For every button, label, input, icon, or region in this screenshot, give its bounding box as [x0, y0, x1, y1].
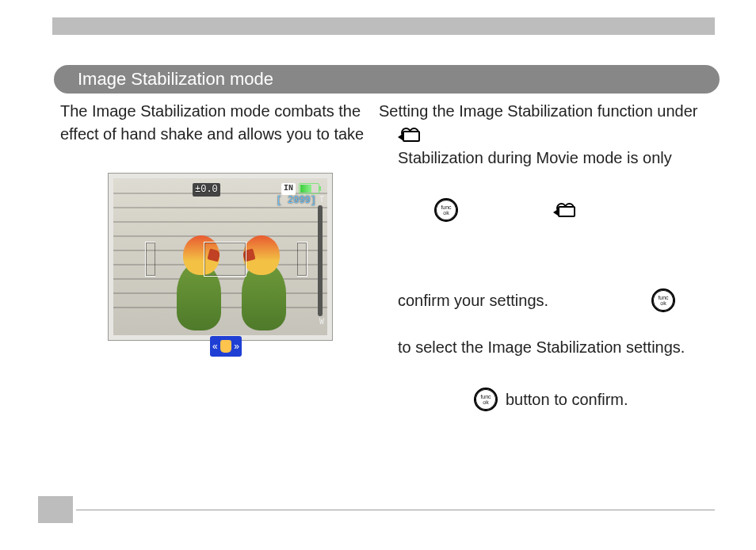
zoom-wide-label: W	[319, 316, 324, 328]
func-ok-button-icon: func ok	[474, 388, 498, 411]
func-ok-button-icon: func ok	[434, 198, 458, 222]
left-column: The Image Stabilization mode combats the…	[60, 100, 369, 341]
af-bracket-icon	[204, 242, 246, 277]
manual-page: Image Stabilization mode The Image Stabi…	[0, 0, 756, 550]
right-column: Setting the Image Stabilization function…	[379, 100, 715, 411]
intro-text: The Image Stabilization mode combats the…	[60, 100, 369, 146]
func-ok-label: func ok	[441, 204, 451, 216]
overlay-storage-badge: IN	[281, 183, 296, 195]
photo-background: ±0.0 [ 2099] IN T W	[113, 178, 327, 335]
overlay-ev-value: ±0.0	[193, 183, 220, 197]
func-ok-button-icon: func ok	[651, 288, 675, 312]
right-line-2: Stabilization during Movie mode is only	[379, 147, 715, 170]
func-ok-label: func ok	[658, 295, 668, 306]
confirm-row: confirm your settings. func ok	[379, 288, 715, 312]
overlay-shots-remaining: [ 2099]	[277, 194, 316, 208]
movie-mode-indicator	[379, 128, 715, 142]
page-number-tab	[38, 496, 73, 523]
section-header: Image Stabilization mode	[54, 65, 720, 94]
footer-rule	[76, 510, 715, 510]
confirm-text: confirm your settings.	[379, 289, 548, 312]
zoom-tele-label: T	[319, 194, 324, 206]
movie-camera-icon	[553, 203, 572, 217]
movie-camera-icon	[398, 128, 417, 142]
func-ok-label: func ok	[480, 394, 491, 405]
image-stabilization-icon	[210, 336, 242, 357]
select-line: to select the Image Stabilization settin…	[379, 336, 715, 359]
button-confirm-text: button to confirm.	[506, 388, 628, 411]
sample-photo-preview: ±0.0 [ 2099] IN T W	[108, 173, 333, 341]
button-confirm-row: func ok button to confirm.	[379, 388, 715, 411]
af-bracket-icon	[145, 242, 155, 277]
section-title: Image Stabilization mode	[78, 67, 273, 92]
af-bracket-icon	[297, 242, 307, 277]
page-header-stripe	[52, 17, 715, 35]
zoom-bar: T W	[318, 205, 323, 316]
right-line-1: Setting the Image Stabilization function…	[379, 100, 715, 123]
battery-icon	[299, 183, 319, 194]
